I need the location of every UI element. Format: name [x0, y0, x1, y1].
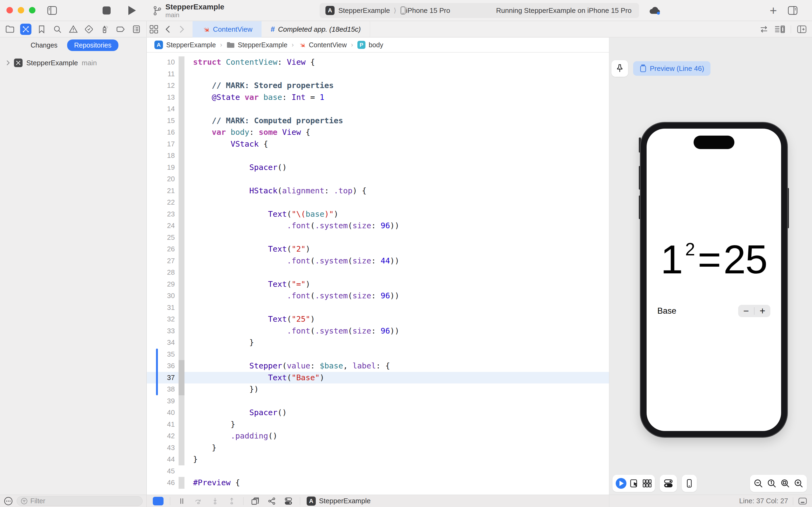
line-number[interactable]: 22 — [147, 198, 175, 207]
fold-ribbon[interactable] — [179, 103, 184, 115]
fold-ribbon[interactable] — [179, 419, 184, 431]
zoom-in-icon[interactable] — [794, 478, 804, 489]
code-line-19[interactable]: 19 Spacer() — [147, 162, 609, 173]
code-line-40[interactable]: 40 Spacer() — [147, 407, 609, 419]
close-window-button[interactable] — [6, 7, 13, 13]
pause-icon[interactable] — [177, 496, 187, 506]
code-line-46[interactable]: 46#Preview { — [147, 477, 609, 489]
test-diamond-icon[interactable] — [83, 23, 95, 35]
code-line-24[interactable]: 24 .font(.system(size: 96)) — [147, 220, 609, 232]
fold-ribbon[interactable] — [179, 442, 184, 454]
device-settings-icon[interactable] — [663, 478, 674, 489]
view-hierarchy-icon[interactable] — [250, 496, 260, 506]
new-tab-button[interactable]: + — [767, 3, 779, 18]
fold-ribbon[interactable] — [179, 138, 184, 150]
scheme-selector[interactable]: A StepperExample ⟩ iPhone 15 Pro Running… — [320, 3, 639, 18]
fold-ribbon[interactable] — [179, 430, 184, 442]
line-number[interactable]: 43 — [147, 444, 175, 452]
fold-ribbon[interactable] — [179, 407, 184, 419]
line-number[interactable]: 24 — [147, 222, 175, 230]
line-number[interactable]: 23 — [147, 210, 175, 218]
code-line-38[interactable]: 38 }) — [147, 384, 609, 395]
preview-jump-button[interactable]: Preview (Line 46) — [633, 61, 710, 76]
code-line-34[interactable]: 34 } — [147, 337, 609, 349]
variants-icon[interactable] — [642, 478, 652, 488]
fold-ribbon[interactable] — [179, 162, 184, 173]
fold-ribbon[interactable] — [179, 384, 184, 395]
line-number[interactable]: 33 — [147, 327, 175, 335]
code-line-29[interactable]: 29 Text("=") — [147, 278, 609, 290]
line-number[interactable]: 14 — [147, 105, 175, 113]
line-number[interactable]: 28 — [147, 268, 175, 277]
pin-preview-button[interactable] — [612, 60, 628, 77]
line-number[interactable]: 40 — [147, 408, 175, 417]
line-number[interactable]: 15 — [147, 117, 175, 125]
scheme-destination[interactable]: iPhone 15 Pro — [406, 6, 450, 15]
line-number[interactable]: 45 — [147, 467, 175, 475]
code-line-16[interactable]: 16 var body: some View { — [147, 126, 609, 138]
environment-overrides-icon[interactable] — [283, 496, 293, 506]
tab-changes[interactable]: Changes — [28, 40, 60, 51]
code-line-21[interactable]: 21 HStack(alignment: .top) { — [147, 185, 609, 197]
line-number[interactable]: 16 — [147, 128, 175, 136]
line-number[interactable]: 38 — [147, 385, 175, 393]
breadcrumb-project[interactable]: A StepperExample — [155, 41, 216, 49]
stop-button[interactable] — [103, 6, 111, 14]
code-line-44[interactable]: 44} — [147, 454, 609, 465]
code-line-35[interactable]: 35 — [147, 349, 609, 360]
fold-ribbon[interactable] — [179, 56, 184, 68]
line-number[interactable]: 17 — [147, 140, 175, 148]
line-number[interactable]: 34 — [147, 338, 175, 347]
line-number[interactable]: 29 — [147, 280, 175, 288]
code-line-31[interactable]: 31 — [147, 302, 609, 314]
tab-repositories[interactable]: Repositories — [67, 40, 118, 51]
fold-ribbon[interactable] — [179, 337, 184, 349]
adjust-editor-options-icon[interactable] — [775, 25, 785, 34]
stepper-control[interactable]: − + — [738, 305, 770, 317]
line-number[interactable]: 30 — [147, 292, 175, 300]
zoom-fit-icon[interactable] — [780, 478, 790, 489]
go-back-icon[interactable] — [161, 21, 175, 37]
line-number[interactable]: 36 — [147, 362, 175, 370]
fold-ribbon[interactable] — [179, 255, 184, 267]
line-number[interactable]: 32 — [147, 315, 175, 323]
code-line-27[interactable]: 27 .font(.system(size: 44)) — [147, 255, 609, 267]
bookmark-icon[interactable] — [36, 23, 47, 35]
line-number[interactable]: 39 — [147, 397, 175, 405]
fold-ribbon[interactable] — [179, 208, 184, 220]
code-line-25[interactable]: 25 — [147, 232, 609, 243]
code-line-11[interactable]: 11 — [147, 68, 609, 80]
line-number[interactable]: 11 — [147, 70, 175, 78]
fold-ribbon[interactable] — [179, 196, 184, 208]
code-line-22[interactable]: 22 — [147, 196, 609, 208]
code-line-15[interactable]: 15 // MARK: Computed properties — [147, 115, 609, 127]
stepper-decrement-button[interactable]: − — [738, 305, 754, 317]
fold-ribbon[interactable] — [179, 173, 184, 185]
folder-icon[interactable] — [4, 23, 15, 35]
iphone-screen[interactable]: 1 2 = 25 Base − + — [647, 129, 781, 431]
fold-ribbon[interactable] — [179, 302, 184, 314]
code-line-36[interactable]: 36 Stepper(value: $base, label: { — [147, 360, 609, 372]
related-items-icon[interactable] — [147, 21, 161, 37]
toggle-left-sidebar-icon[interactable] — [47, 5, 57, 15]
code-line-43[interactable]: 43 } — [147, 442, 609, 454]
code-line-28[interactable]: 28 — [147, 267, 609, 278]
warning-icon[interactable] — [68, 23, 79, 35]
breadcrumb-symbol[interactable]: P body — [357, 41, 383, 49]
source-editor[interactable]: 10struct ContentView: View {1112 // MARK… — [147, 53, 609, 495]
code-line-30[interactable]: 30 .font(.system(size: 96)) — [147, 290, 609, 302]
line-number[interactable]: 46 — [147, 478, 175, 487]
code-line-45[interactable]: 45 — [147, 465, 609, 477]
line-number[interactable]: 10 — [147, 58, 175, 66]
step-out-icon[interactable] — [227, 496, 237, 506]
fold-ribbon[interactable] — [179, 243, 184, 255]
line-number[interactable]: 31 — [147, 303, 175, 312]
repo-list-item[interactable]: StepperExample main — [0, 57, 147, 69]
step-into-icon[interactable] — [210, 496, 220, 506]
code-line-41[interactable]: 41 } — [147, 419, 609, 431]
fold-ribbon[interactable] — [179, 360, 184, 372]
line-number[interactable]: 44 — [147, 455, 175, 463]
code-line-18[interactable]: 18 — [147, 150, 609, 162]
line-number[interactable]: 42 — [147, 432, 175, 440]
breadcrumb-file[interactable]: ContentView — [298, 41, 347, 49]
